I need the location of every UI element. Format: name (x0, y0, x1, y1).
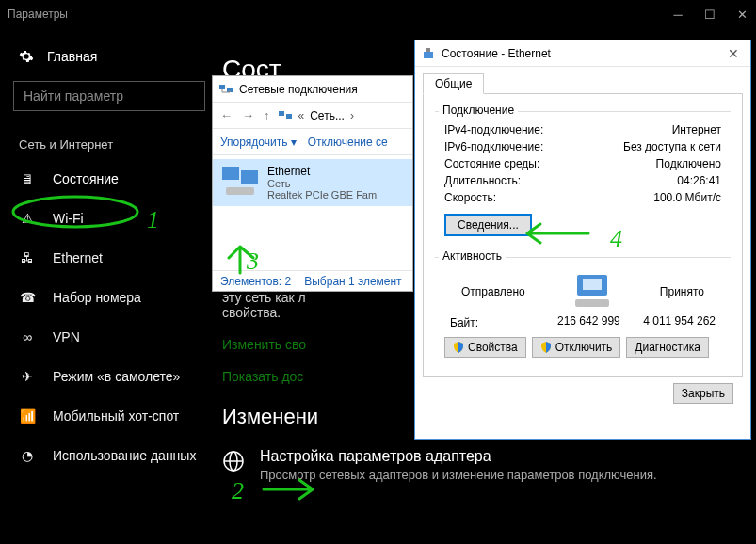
ethernet-status-icon (421, 46, 436, 61)
forward-icon[interactable]: → (240, 108, 256, 122)
back-icon[interactable]: ← (218, 108, 234, 122)
minimize-button[interactable]: ─ (671, 8, 684, 22)
ethernet-status-dialog: Состояние - Ethernet ✕ Общие Подключение… (414, 40, 751, 440)
sidebar-item-label: Режим «в самолете» (53, 369, 180, 384)
adapter-title: Настройка параметров адаптера (260, 448, 657, 465)
dialup-icon: ☎ (19, 289, 36, 306)
status-icon: 🖥 (19, 170, 36, 187)
explorer-statusbar: Элементов: 2 Выбран 1 элемент (213, 270, 412, 291)
connection-name: Ethernet (267, 165, 377, 178)
kv-key: Скорость: (444, 191, 496, 204)
search-input[interactable] (13, 81, 205, 111)
svg-rect-11 (426, 48, 430, 52)
window-controls: ─ ☐ ✕ (671, 8, 748, 22)
svg-rect-14 (575, 299, 609, 307)
explorer-toolbar: Упорядочить ▾ Отключение се (213, 129, 412, 155)
settings-window-title: Параметры (8, 8, 68, 21)
dialog-title: Состояние - Ethernet (442, 47, 551, 60)
status-elements: Элементов: 2 (220, 275, 291, 288)
connection-network: Сеть (267, 178, 377, 189)
bytes-sent: 216 642 999 (557, 314, 620, 328)
sidebar-item-dialup[interactable]: ☎Набор номера (0, 278, 218, 317)
network-icon (218, 82, 233, 97)
settings-sidebar: Главная Сеть и Интернет 🖥Состояние ⚠Wi-F… (0, 28, 218, 544)
sidebar-item-label: VPN (53, 329, 80, 344)
shield-icon (453, 342, 464, 353)
kv-key: Состояние среды: (444, 157, 539, 170)
svg-rect-10 (424, 52, 433, 58)
sidebar-item-label: Состояние (53, 171, 119, 186)
sidebar-item-data-usage[interactable]: ◔Использование данных (0, 436, 218, 475)
network-connections-window: Сетевые подключения ← → ↑ « Сеть... › Уп… (212, 75, 413, 292)
adapter-desc: Просмотр сетевых адаптеров и изменение п… (260, 467, 657, 484)
airplane-icon: ✈ (19, 368, 36, 385)
sidebar-item-hotspot[interactable]: 📶Мобильный хот-спот (0, 396, 218, 436)
maximize-button[interactable]: ☐ (703, 8, 716, 22)
data-usage-icon: ◔ (19, 447, 36, 464)
bytes-recv: 4 011 954 262 (643, 314, 716, 328)
kv-key: IPv4-подключение: (444, 123, 543, 136)
close-button[interactable]: ✕ (735, 8, 748, 22)
kv-value: Без доступа к сети (623, 140, 721, 153)
activity-computers-icon (566, 273, 619, 311)
recv-label: Принято (660, 285, 704, 298)
status-selected: Выбран 1 элемент (304, 275, 401, 288)
dialog-close-button[interactable]: ✕ (722, 46, 745, 61)
network-icon (278, 108, 293, 123)
up-icon[interactable]: ↑ (262, 108, 272, 122)
sidebar-item-vpn[interactable]: ∞VPN (0, 317, 218, 357)
adapter-icon (220, 165, 260, 199)
shield-icon (540, 342, 552, 353)
svg-rect-3 (219, 85, 225, 89)
connection-item-ethernet[interactable]: Ethernet Сеть Realtek PCIe GBE Fam (213, 159, 412, 206)
bytes-label: Байт: (450, 316, 478, 329)
kv-value: 04:26:41 (677, 174, 721, 187)
breadcrumb-item[interactable]: Сеть... (310, 109, 345, 122)
wifi-icon: ⚠ (19, 210, 36, 227)
dialog-close-footer-button[interactable]: Закрыть (673, 383, 733, 404)
settings-titlebar: Параметры ─ ☐ ✕ (0, 0, 756, 28)
explorer-breadcrumb[interactable]: ← → ↑ « Сеть... › (213, 103, 412, 129)
sidebar-item-label: Мобильный хот-спот (53, 408, 179, 424)
sidebar-home-label: Главная (47, 49, 97, 64)
diagnose-button[interactable]: Диагностика (626, 337, 709, 358)
sidebar-item-airplane[interactable]: ✈Режим «в самолете» (0, 357, 218, 396)
sidebar-item-wifi[interactable]: ⚠Wi-Fi (0, 199, 218, 238)
sidebar-item-label: Wi-Fi (53, 211, 84, 226)
sidebar-home[interactable]: Главная (0, 40, 218, 73)
sidebar-item-label: Набор номера (53, 290, 141, 305)
tab-general[interactable]: Общие (423, 73, 484, 94)
sidebar-item-label: Использование данных (53, 448, 196, 463)
svg-rect-9 (226, 187, 254, 195)
group-activity-label: Активность (439, 249, 506, 263)
sidebar-item-status[interactable]: 🖥Состояние (0, 159, 218, 199)
sidebar-item-label: Ethernet (53, 250, 103, 265)
kv-value: 100.0 Мбит/с (653, 191, 721, 204)
kv-key: Длительность: (444, 174, 521, 187)
explorer-title: Сетевые подключения (239, 83, 358, 96)
group-connection-label: Подключение (439, 104, 518, 117)
gear-icon (19, 49, 34, 64)
explorer-titlebar: Сетевые подключения (213, 76, 412, 103)
kv-value: Подключено (656, 157, 721, 170)
connection-adapter: Realtek PCIe GBE Fam (267, 189, 377, 200)
connections-list: Ethernet Сеть Realtek PCIe GBE Fam (213, 155, 412, 210)
hotspot-icon: 📶 (19, 408, 36, 424)
svg-rect-7 (222, 167, 239, 180)
sidebar-group-title: Сеть и Интернет (0, 126, 218, 159)
sent-label: Отправлено (461, 285, 525, 298)
dialog-titlebar: Состояние - Ethernet ✕ (415, 40, 750, 67)
globe-icon (222, 450, 245, 472)
disable-button[interactable]: Отключить (532, 337, 621, 358)
sidebar-item-ethernet[interactable]: 🖧Ethernet (0, 238, 218, 278)
properties-button[interactable]: Свойства (444, 337, 526, 358)
svg-rect-8 (241, 170, 258, 184)
kv-key: IPv6-подключение: (444, 140, 543, 153)
disable-connection-button[interactable]: Отключение се (308, 136, 388, 149)
kv-value: Интернет (672, 123, 721, 136)
details-button[interactable]: Сведения... (444, 214, 532, 236)
svg-rect-5 (279, 111, 284, 116)
organize-menu[interactable]: Упорядочить ▾ (220, 136, 297, 149)
vpn-icon: ∞ (19, 328, 36, 345)
ethernet-icon: 🖧 (19, 249, 36, 266)
